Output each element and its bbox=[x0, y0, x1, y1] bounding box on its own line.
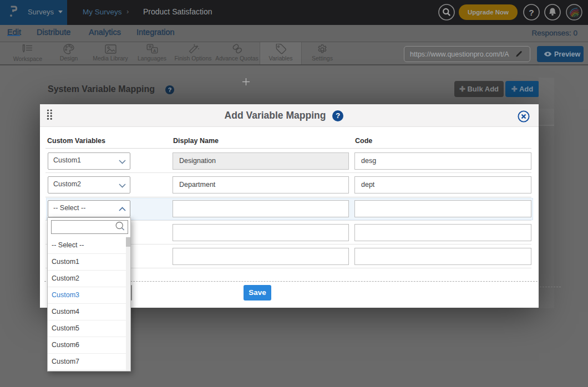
svg-text:A: A bbox=[153, 48, 156, 53]
svg-text:?: ? bbox=[529, 8, 534, 17]
